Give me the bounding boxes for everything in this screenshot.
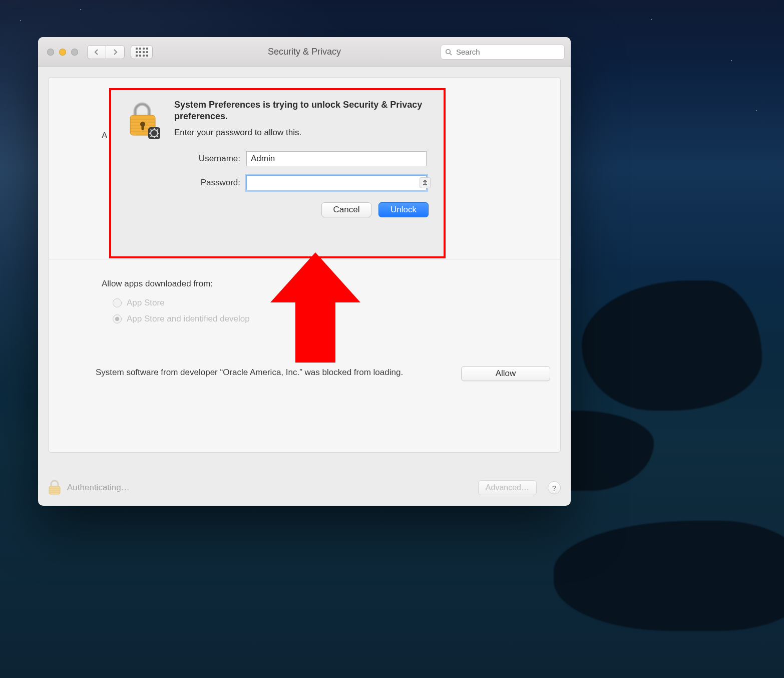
search-icon [445, 49, 452, 56]
search-input[interactable] [455, 47, 560, 57]
lock-status-icon[interactable] [48, 480, 61, 495]
search-field[interactable] [441, 45, 565, 60]
minimize-window-button[interactable] [59, 49, 66, 56]
radio-indicator [113, 298, 122, 307]
preferences-window: Security & Privacy A log Allow apps down… [38, 37, 571, 506]
svg-line-1 [450, 53, 452, 55]
svg-rect-10 [142, 125, 144, 130]
desktop: Security & Privacy A log Allow apps down… [0, 0, 784, 678]
radio-indicator [113, 314, 122, 323]
radio-label: App Store and identified develop [127, 314, 250, 324]
titlebar: Security & Privacy [38, 37, 571, 67]
unlock-button[interactable]: Unlock [378, 202, 429, 217]
wallpaper-shape [554, 521, 784, 631]
wallpaper-shape [582, 280, 762, 411]
lock-icon [122, 99, 165, 142]
svg-point-0 [446, 49, 450, 53]
forward-button[interactable] [106, 45, 125, 59]
radio-app-store-identified[interactable]: App Store and identified develop [113, 314, 250, 324]
keychain-icon[interactable] [420, 177, 431, 188]
auth-status-text: Authenticating… [67, 483, 130, 493]
password-input[interactable] [246, 175, 427, 190]
cancel-button[interactable]: Cancel [321, 202, 371, 217]
radio-app-store[interactable]: App Store [113, 298, 165, 308]
svg-marker-22 [270, 252, 360, 363]
radio-label: App Store [127, 298, 165, 308]
zoom-window-button[interactable] [71, 49, 78, 56]
help-button[interactable]: ? [548, 481, 561, 494]
password-label: Password: [122, 178, 246, 188]
username-label: Username: [122, 154, 246, 164]
auth-sheet: System Preferences is trying to unlock S… [111, 90, 444, 256]
allow-button[interactable]: Allow [461, 366, 550, 381]
nav-buttons [87, 45, 125, 59]
auth-subtitle: Enter your password to allow this. [174, 128, 433, 138]
username-input[interactable] [246, 151, 427, 166]
svg-line-19 [157, 130, 158, 131]
show-all-button[interactable] [131, 45, 153, 59]
blocked-software-row: System software from developer “Oracle A… [96, 366, 550, 381]
close-window-button[interactable] [47, 49, 54, 56]
annotation-highlight: System Preferences is trying to unlock S… [109, 88, 446, 258]
back-button[interactable] [87, 45, 106, 59]
window-controls [47, 49, 78, 56]
annotation-arrow [270, 252, 360, 363]
window-content: A log Allow apps downloaded from: App St… [38, 67, 571, 506]
svg-line-20 [151, 136, 152, 137]
blocked-software-text: System software from developer “Oracle A… [96, 366, 406, 379]
bottom-bar: Authenticating… Advanced… ? [48, 477, 561, 499]
downloaded-apps-title: Allow apps downloaded from: [102, 279, 213, 289]
svg-line-17 [151, 130, 152, 131]
auth-title: System Preferences is trying to unlock S… [174, 99, 433, 123]
advanced-button[interactable]: Advanced… [478, 480, 537, 495]
svg-rect-21 [423, 184, 427, 185]
svg-line-18 [157, 136, 158, 137]
